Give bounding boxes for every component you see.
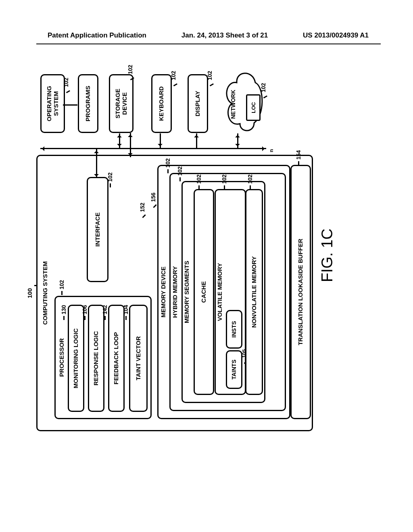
os-ref-text: 102 — [63, 78, 69, 87]
keyboard-ref: 102 — [170, 71, 177, 86]
header-rule — [36, 44, 381, 44]
interface-ref-102: 102 — [107, 172, 113, 187]
response-logic-box: RESPONSE LOGIC — [88, 305, 104, 412]
hybrid-memory-label: HYBRID MEMORY — [172, 264, 179, 320]
storage-bus-connector — [119, 133, 120, 148]
programs-box: PROGRAMS — [78, 74, 98, 133]
keyboard-box: KEYBOARD — [151, 74, 172, 133]
taints-box: TAINTS — [226, 350, 242, 389]
computing-system-label: COMPUTING SYSTEM — [42, 156, 48, 430]
taints-label: TAINTS — [231, 358, 237, 381]
monitoring-logic-box: MONITORING LOGIC — [68, 305, 84, 412]
monitoring-ref: 130 — [60, 305, 67, 320]
tlb-label: TRANSLATION LOOKASIDE BUFFER — [297, 237, 304, 347]
monitoring-ref-text: 130 — [60, 305, 67, 314]
network-ref-text: 102 — [260, 83, 267, 92]
header-mid: Jan. 24, 2013 Sheet 3 of 21 — [181, 31, 268, 39]
system-bus — [40, 148, 266, 149]
system-bus-connector — [130, 133, 131, 157]
memory-device-ref-text: 156 — [150, 193, 156, 202]
display-bus-connector — [196, 133, 197, 148]
volatile-memory-label: VOLATILE MEMORY — [217, 261, 223, 322]
header-left: Patent Application Publication — [48, 31, 146, 39]
operating-system-label: OPERATING SYSTEM — [46, 75, 59, 132]
display-ref: 102 — [206, 71, 213, 86]
display-ref-text: 102 — [206, 71, 213, 80]
storage-ref: 102 — [127, 65, 133, 80]
cache-ref-text: 102 — [196, 175, 202, 184]
interface-ref-102-text: 102 — [107, 172, 113, 182]
response-logic-label: RESPONSE LOGIC — [93, 329, 100, 387]
memseg-ref: 102 — [177, 166, 183, 181]
figure-rotated-wrap: 100 COMPUTING SYSTEM PROCESSOR 102 MONIT… — [36, 145, 399, 431]
page-header: Patent Application Publication Jan. 24, … — [0, 31, 413, 39]
insts-box: INSTS — [226, 310, 242, 349]
nonvolatile-ref: 102 — [247, 175, 253, 189]
tlb-ref: 154 — [295, 150, 302, 165]
os-programs-connector — [63, 104, 77, 106]
nonvolatile-memory-box: NONVOLATILE MEMORY — [245, 189, 263, 395]
keyboard-ref-text: 102 — [170, 71, 177, 80]
processor-ref-text: 102 — [58, 280, 65, 289]
cache-box: CACHE — [194, 189, 214, 395]
ref-100: 100 — [26, 288, 33, 298]
cache-label: CACHE — [200, 280, 207, 304]
response-ref: 106 — [81, 305, 88, 320]
cache-ref: 102 — [196, 175, 202, 189]
feedback-ref: 142 — [102, 305, 108, 320]
programs-label: PROGRAMS — [85, 84, 92, 123]
feedback-ref-text: 142 — [102, 305, 108, 314]
ref-100-text: 100 — [26, 288, 33, 298]
bus-n-label: n — [268, 149, 274, 152]
storage-device-box: STORAGE DEVICE — [109, 74, 133, 133]
tlb-ref-text: 154 — [295, 150, 302, 160]
response-ref-text: 106 — [81, 305, 88, 314]
insts-label: INSTS — [231, 319, 237, 339]
figure-number: FIG. 1C — [319, 229, 336, 282]
interface-box: INTERFACE — [87, 177, 108, 282]
memory-device-ref: 156 — [150, 193, 156, 208]
network-bus-connector — [237, 133, 238, 148]
interface-label: INTERFACE — [94, 211, 101, 248]
taint-vector-ref: 104 — [123, 305, 129, 320]
memory-segments-label: MEMORY SEGMENTS — [184, 259, 190, 325]
memory-device-label: MEMORY DEVICE — [160, 265, 167, 319]
figure-1c: 100 COMPUTING SYSTEM PROCESSOR 102 MONIT… — [36, 69, 323, 431]
interface-ref-152-text: 152 — [139, 203, 146, 212]
operating-system-box: OPERATING SYSTEM — [40, 74, 65, 133]
hybrid-ref-text: 102 — [165, 158, 171, 168]
display-box: DISPLAY — [188, 74, 208, 133]
header-right: US 2013/0024939 A1 — [303, 31, 369, 39]
display-label: DISPLAY — [194, 89, 201, 118]
tlb-box: TRANSLATION LOOKASIDE BUFFER — [290, 165, 311, 419]
keyboard-bus-connector — [160, 133, 161, 148]
page: Patent Application Publication Jan. 24, … — [0, 0, 413, 532]
hybrid-ref: 102 — [165, 158, 171, 173]
taint-vector-label: TAINT VECTOR — [135, 335, 142, 382]
feedback-loop-label: FEEDBACK LOOP — [113, 330, 120, 386]
storage-device-label: STORAGE DEVICE — [115, 75, 128, 132]
network-loc-label: LOC — [250, 102, 257, 113]
network-loc-box: LOC — [246, 94, 261, 121]
feedback-loop-box: FEEDBACK LOOP — [108, 305, 125, 412]
nonvolatile-ref-text: 102 — [247, 175, 253, 184]
keyboard-label: KEYBOARD — [158, 85, 165, 123]
interface-ref-152: 152 — [139, 203, 146, 218]
monitoring-logic-label: MONITORING LOGIC — [73, 327, 79, 390]
network-ref: 102 — [260, 83, 267, 98]
taint-vector-box: TAINT VECTOR — [129, 305, 148, 412]
nonvolatile-memory-label: NONVOLATILE MEMORY — [251, 255, 258, 330]
volatile-ref-text: 102 — [221, 175, 227, 184]
volatile-ref: 102 — [221, 175, 227, 189]
interface-bus-connector — [96, 149, 97, 178]
network-label: NETWORK — [230, 90, 236, 119]
memseg-ref-text: 102 — [177, 166, 183, 176]
storage-ref-text: 102 — [127, 65, 133, 74]
os-ref: 102 — [63, 78, 69, 93]
processor-ref: 102 — [58, 280, 65, 295]
taint-vector-ref-text: 104 — [123, 305, 129, 314]
